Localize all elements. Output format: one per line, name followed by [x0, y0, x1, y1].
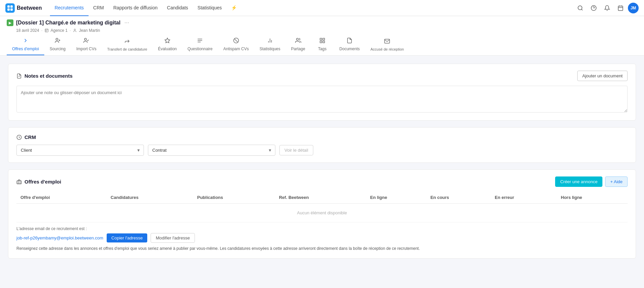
empty-message: Aucun élément disponible [16, 204, 628, 222]
tab-tags[interactable]: Tags [311, 35, 334, 55]
accuse-icon [384, 38, 390, 46]
user-icon [73, 28, 77, 32]
email-section: L'adresse email de ce recrutement est : … [16, 222, 628, 251]
nav-rapports[interactable]: Rapports de diffusion [109, 0, 162, 16]
svg-rect-29 [323, 38, 324, 40]
partage-icon [295, 38, 301, 45]
nav-statistiques[interactable]: Statistiques [193, 0, 226, 16]
statistiques-icon [267, 38, 273, 45]
tab-sourcing-label: Sourcing [50, 47, 65, 51]
notes-header: Notes et documents Ajouter un document [16, 71, 628, 81]
tab-sourcing[interactable]: Sourcing [44, 35, 71, 55]
col-en-cours: En cours [426, 192, 491, 204]
svg-rect-30 [323, 41, 324, 43]
create-annonce-button[interactable]: Créer une annonce [555, 176, 602, 187]
documents-icon [346, 38, 353, 45]
crm-title: CRM [24, 134, 36, 140]
tab-statistiques-label: Statistiques [260, 47, 280, 51]
svg-rect-1 [10, 5, 13, 8]
building-icon [45, 28, 49, 32]
col-ref: Ref. Beetween [275, 192, 366, 204]
client-select[interactable]: Client [16, 145, 144, 156]
notes-textarea[interactable] [16, 86, 628, 113]
notes-title-left: Notes et documents [16, 73, 72, 79]
crm-header: CRM [16, 134, 628, 140]
tab-transfert[interactable]: Transfert de candidature [102, 36, 153, 55]
tab-evaluation[interactable]: Évaluation [153, 35, 182, 55]
tab-questionnaire[interactable]: Questionnaire [182, 35, 218, 55]
tab-offres-emploi-label: Offres d'emploi [12, 47, 39, 51]
notes-icon [16, 73, 22, 79]
tab-partage-label: Partage [291, 47, 305, 51]
logo-icon [5, 3, 15, 13]
add-document-button[interactable]: Ajouter un document [577, 71, 628, 81]
notifications-button[interactable] [601, 2, 613, 14]
offres-section: Offres d'emploi Créer une annonce + Aide… [8, 169, 636, 259]
questionnaire-icon [197, 38, 203, 45]
offres-header: Offres d'emploi Créer une annonce + Aide [16, 176, 628, 187]
user-avatar[interactable]: JM [628, 3, 639, 13]
help-button[interactable] [588, 2, 600, 14]
sourcing-icon [55, 38, 61, 45]
voir-detail-button[interactable]: Voir le détail [279, 145, 313, 155]
main-content: Notes et documents Ajouter un document C… [0, 56, 644, 288]
tab-documents-label: Documents [339, 47, 360, 51]
svg-rect-0 [7, 5, 10, 8]
col-en-erreur: En erreur [491, 192, 557, 204]
col-publications: Publications [193, 192, 275, 204]
tab-transfert-label: Transfert de candidature [107, 47, 147, 51]
copy-address-button[interactable]: Copier l'adresse [107, 233, 148, 242]
tab-import-cvs-label: Import CVs [76, 47, 96, 51]
tab-partage[interactable]: Partage [286, 35, 311, 55]
svg-point-14 [56, 38, 58, 40]
crm-row: Client ▼ Contrat ▼ Voir le détail [16, 145, 628, 156]
svg-point-13 [74, 29, 75, 30]
calendar-button[interactable] [614, 2, 627, 14]
help-button[interactable]: + Aide [605, 176, 628, 187]
transfert-icon [124, 38, 130, 46]
dossier-date: 18 avril 2024 [16, 28, 39, 33]
nav-candidats[interactable]: Candidats [162, 0, 193, 16]
email-address[interactable]: job-ref-p26yembamy@emploi.beetween.com [16, 235, 103, 240]
notes-section: Notes et documents Ajouter un document [8, 64, 636, 121]
dossier-user: Jean Martin [79, 28, 100, 33]
tab-antispam[interactable]: Antispam CVs [218, 35, 254, 55]
logo-text: Beetween [17, 5, 42, 11]
tab-documents[interactable]: Documents [334, 35, 365, 55]
nav-items: Recrutements CRM Rapports de diffusion C… [50, 0, 574, 16]
evaluation-icon [164, 38, 170, 45]
tab-antispam-label: Antispam CVs [223, 47, 249, 51]
col-candidatures: Candidatures [107, 192, 193, 204]
contrat-select[interactable]: Contrat [148, 145, 275, 156]
dossier-more-button[interactable]: ⋯ [124, 20, 129, 25]
logo[interactable]: Beetween [5, 3, 42, 13]
nav-right: JM [574, 2, 639, 14]
tab-offres-emploi[interactable]: Offres d'emploi [7, 35, 44, 55]
dossier-title-row: ▶ [Dossier 1] Chargé.e de marketing digi… [7, 19, 637, 28]
svg-point-27 [297, 38, 299, 40]
svg-rect-8 [618, 6, 623, 11]
tab-import-cvs[interactable]: Import CVs [71, 35, 102, 55]
search-button[interactable] [574, 2, 586, 14]
nav-recrutements[interactable]: Recrutements [50, 0, 89, 16]
svg-rect-3 [10, 8, 13, 11]
col-offre: Offre d'emploi [16, 192, 107, 204]
import-cvs-icon [83, 38, 89, 45]
email-row: job-ref-p26yembamy@emploi.beetween.com C… [16, 233, 628, 243]
antispam-icon [233, 38, 239, 45]
offres-title-left: Offres d'emploi [16, 179, 61, 185]
tags-icon [319, 38, 325, 45]
nav-crm[interactable]: CRM [89, 0, 109, 16]
tab-accuse[interactable]: Accusé de réception [365, 36, 410, 55]
offres-actions: Créer une annonce + Aide [555, 176, 628, 187]
tabs-row: Offres d'emploi Sourcing Import CVs Tran… [7, 35, 637, 55]
tab-statistiques[interactable]: Statistiques [254, 35, 286, 55]
col-hors-ligne: Hors ligne [557, 192, 628, 204]
dossier-status-icon: ▶ [7, 19, 13, 26]
client-select-wrap: Client ▼ [16, 145, 144, 156]
svg-rect-12 [45, 29, 48, 32]
nav-lightning[interactable]: ⚡ [226, 0, 241, 16]
svg-line-5 [581, 9, 582, 10]
modify-address-button[interactable]: Modifier l'adresse [151, 233, 195, 243]
tab-accuse-label: Accusé de réception [371, 47, 404, 51]
